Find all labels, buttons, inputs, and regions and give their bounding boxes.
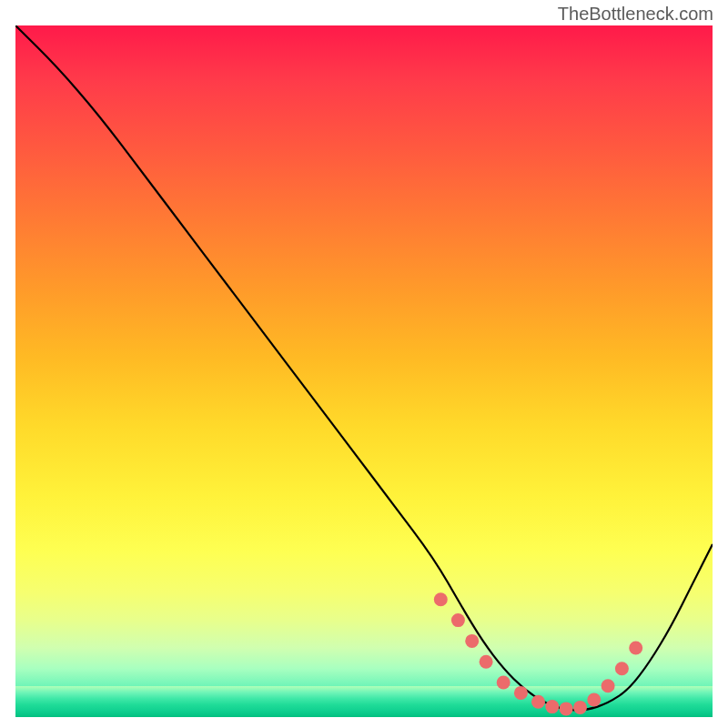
marker-dot [545,700,559,713]
marker-dot [573,701,587,714]
plot-area [15,25,713,717]
marker-dot [514,686,528,700]
marker-dot [615,662,629,675]
marker-dot [465,634,479,648]
marker-dot [531,695,545,709]
marker-dot [497,676,511,690]
marker-dot [629,642,642,655]
marker-dot [602,679,615,693]
chart-svg [15,25,713,717]
chart-container: TheBottleneck.com [0,0,728,728]
bottleneck-curve [15,25,713,710]
attribution-text: TheBottleneck.com [558,4,713,25]
marker-dot [451,613,465,627]
marker-dot [560,702,573,715]
marker-dot [480,655,493,669]
marker-dot [587,693,601,707]
marker-dot [434,592,448,606]
